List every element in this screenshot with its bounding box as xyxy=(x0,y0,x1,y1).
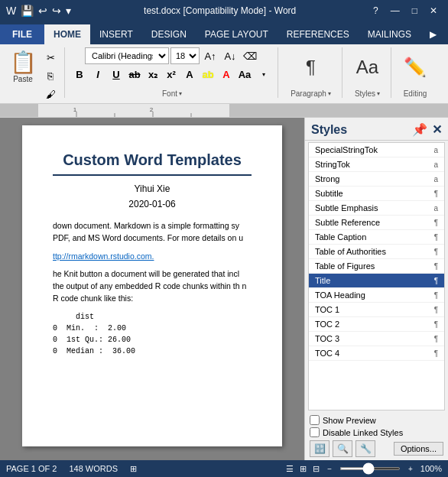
document-link[interactable]: ttp://rmarkdown.rstudio.com. xyxy=(53,251,252,263)
font-name-selector[interactable]: Calibri (Headings) xyxy=(85,47,169,64)
undo-icon[interactable]: ↩ xyxy=(38,5,47,17)
zoom-in-icon[interactable]: + xyxy=(408,465,413,473)
paste-label: Paste xyxy=(13,75,33,83)
ribbon-tabs: FILE HOME INSERT DESIGN PAGE LAYOUT REFE… xyxy=(0,21,448,44)
font-color-button[interactable]: A xyxy=(218,66,235,83)
minimize-button[interactable]: — xyxy=(386,5,404,16)
italic-button[interactable]: I xyxy=(89,66,106,83)
style-item[interactable]: Strong a xyxy=(309,172,444,187)
paragraph-button[interactable]: ¶ xyxy=(294,47,329,87)
window-controls: ? — □ ✕ xyxy=(368,5,442,16)
zoom-slider[interactable] xyxy=(339,467,401,470)
svg-rect-1 xyxy=(229,104,448,118)
highlight-button[interactable]: ab xyxy=(200,66,216,83)
style-item[interactable]: Subtle Reference ¶ xyxy=(309,216,444,230)
show-preview-input[interactable] xyxy=(310,415,320,425)
superscript-button[interactable]: x² xyxy=(163,66,180,83)
paste-button[interactable]: 📋 Paste xyxy=(6,47,40,86)
styles-gallery-button[interactable]: Aa xyxy=(350,47,385,87)
view-icon-normal[interactable]: ☰ xyxy=(286,464,294,474)
font-label: Font ▾ xyxy=(162,88,182,98)
tab-file[interactable]: FILE xyxy=(0,24,44,44)
style-item[interactable]: Title ¶ xyxy=(309,274,444,288)
style-item-indicator: ¶ xyxy=(434,277,438,285)
tab-more[interactable]: ▶ xyxy=(420,24,446,44)
new-style-button[interactable]: 🔡 xyxy=(310,440,330,457)
style-item[interactable]: TOC 3 ¶ xyxy=(309,332,444,346)
format-painter-button[interactable]: 🖌 xyxy=(41,86,60,102)
svg-rect-2 xyxy=(38,104,229,118)
style-item[interactable]: Subtitle ¶ xyxy=(309,187,444,201)
document-link-text[interactable]: ttp://rmarkdown.rstudio.com. xyxy=(53,251,154,261)
show-preview-checkbox[interactable]: Show Preview xyxy=(310,415,443,425)
font-size-aa[interactable]: Aa xyxy=(236,66,253,83)
editing-button[interactable]: ✏️ xyxy=(398,47,433,87)
style-item-indicator: a xyxy=(433,161,438,169)
style-item[interactable]: Table of Figures ¶ xyxy=(309,259,444,274)
text-effects-button[interactable]: A xyxy=(181,66,198,83)
style-item[interactable]: TOC 1 ¶ xyxy=(309,303,444,317)
word-count: 148 WORDS xyxy=(69,464,118,473)
bold-button[interactable]: B xyxy=(71,66,88,83)
inspect-style-button[interactable]: 🔍 xyxy=(333,440,352,457)
paragraph-expand-icon[interactable]: ▾ xyxy=(328,90,331,97)
disable-linked-checkbox[interactable]: Disable Linked Styles xyxy=(310,427,443,437)
quick-access-icon[interactable]: ▾ xyxy=(66,5,71,17)
underline-button[interactable]: U xyxy=(108,66,125,83)
tab-insert[interactable]: INSERT xyxy=(90,24,142,44)
options-button[interactable]: Options... xyxy=(394,442,443,456)
style-item[interactable]: TOA Heading ¶ xyxy=(309,288,444,303)
maximize-button[interactable]: □ xyxy=(407,5,422,16)
grow-font-button[interactable]: A↑ xyxy=(201,47,219,64)
font-expand-icon2[interactable]: ▾ xyxy=(179,90,182,97)
tab-home[interactable]: HOME xyxy=(44,24,90,44)
style-item-indicator: ¶ xyxy=(434,349,438,358)
style-item-label: Table of Figures xyxy=(315,261,375,271)
close-button[interactable]: ✕ xyxy=(425,5,442,16)
font-size-selector[interactable]: 18 xyxy=(170,47,200,64)
style-item[interactable]: Subtle Emphasis a xyxy=(309,201,444,216)
zoom-out-icon[interactable]: − xyxy=(327,465,332,473)
style-item-label: SpecialStringTok xyxy=(315,145,378,154)
style-item[interactable]: Table of Authorities ¶ xyxy=(309,245,444,259)
tab-mailings[interactable]: MAILINGS xyxy=(359,24,420,44)
status-bar: PAGE 1 OF 2 148 WORDS ⊞ ☰ ⊞ ⊟ − + 100% xyxy=(0,460,448,477)
page-info: PAGE 1 OF 2 xyxy=(6,464,57,473)
style-item[interactable]: Table Caption ¶ xyxy=(309,230,444,245)
svg-rect-0 xyxy=(0,104,38,118)
cut-button[interactable]: ✂ xyxy=(41,49,60,66)
manage-styles-button[interactable]: 🔧 xyxy=(355,440,375,457)
shrink-font-button[interactable]: A↓ xyxy=(221,47,239,64)
style-item[interactable]: StringTok a xyxy=(309,157,444,172)
disable-linked-input[interactable] xyxy=(310,427,320,437)
subscript-button[interactable]: x₂ xyxy=(144,66,161,83)
tab-design[interactable]: DESIGN xyxy=(142,24,196,44)
styles-panel-pin-icon[interactable]: 📌 xyxy=(412,122,427,137)
layout-icon[interactable]: ⊞ xyxy=(130,464,137,474)
style-item[interactable]: SpecialStringTok a xyxy=(309,143,444,157)
style-item-label: TOC 3 xyxy=(315,334,339,343)
copy-button[interactable]: ⎘ xyxy=(41,67,60,84)
font-expand-icon[interactable]: ▾ xyxy=(255,66,273,83)
styles-panel-close-icon[interactable]: ✕ xyxy=(432,122,442,137)
tab-page-layout[interactable]: PAGE LAYOUT xyxy=(196,24,278,44)
clear-format-button[interactable]: ⌫ xyxy=(241,47,259,64)
styles-group: Aa Styles ▾ xyxy=(346,47,391,98)
strikethrough-button[interactable]: ab xyxy=(126,66,143,83)
editing-group: ✏️ Editing xyxy=(394,47,437,98)
help-button[interactable]: ? xyxy=(368,5,383,16)
document-area[interactable]: Custom Word Templates Yihui Xie 2020-01-… xyxy=(0,118,304,460)
styles-list[interactable]: SpecialStringTok a StringTok a Strong a … xyxy=(308,142,445,410)
save-icon[interactable]: 💾 xyxy=(21,5,34,17)
style-item[interactable]: TOC 4 ¶ xyxy=(309,346,444,361)
style-item-indicator: ¶ xyxy=(434,335,438,343)
tab-references[interactable]: REFERENCES xyxy=(278,24,359,44)
redo-icon[interactable]: ↪ xyxy=(52,5,61,17)
view-icon-web[interactable]: ⊞ xyxy=(300,464,307,474)
style-item-indicator: ¶ xyxy=(434,306,438,314)
style-item-indicator: ¶ xyxy=(434,320,438,329)
style-item[interactable]: TOC 2 ¶ xyxy=(309,317,444,332)
styles-expand-icon[interactable]: ▾ xyxy=(377,90,380,97)
style-item-label: TOC 2 xyxy=(315,320,339,329)
view-icon-outline[interactable]: ⊟ xyxy=(313,464,320,474)
